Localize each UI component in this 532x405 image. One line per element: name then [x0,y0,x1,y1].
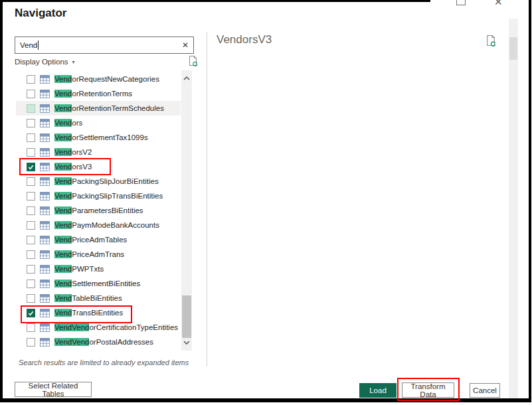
row-checkbox[interactable] [27,280,35,288]
table-icon [40,265,50,274]
table-name: VendParametersBiEntities [54,206,143,214]
search-value: Vend [20,41,37,49]
table-row[interactable]: VendTransBiEntities [16,305,181,320]
row-checkbox[interactable] [27,177,35,186]
tables-list: VendorRequestNewCategories VendorRetenti… [16,72,181,349]
chevron-down-icon: ▾ [72,59,75,65]
load-button[interactable]: Load [359,383,397,398]
list-scrollbar[interactable] [181,70,192,351]
table-icon [40,133,50,142]
row-checkbox[interactable] [27,163,35,171]
table-row[interactable]: VendPackingSlipJourBiEntities [16,174,181,189]
row-checkbox[interactable] [27,192,35,201]
table-name: Vendors [54,119,82,127]
table-row[interactable]: VendorRetentionTerms [16,86,181,101]
scrollbar-thumb[interactable] [182,295,191,338]
table-icon [40,338,50,347]
refresh-preview-icon[interactable] [187,55,199,69]
row-checkbox[interactable] [27,148,35,157]
row-checkbox[interactable] [27,133,35,142]
check-icon [27,309,35,317]
panel-divider [207,32,207,366]
table-row[interactable]: VendPriceAdmTables [16,232,181,247]
navigator-dialog: ✕ Navigator Vend ✕ Display Options ▾ [0,0,532,405]
transform-data-button[interactable]: Transform Data [402,382,454,398]
row-checkbox[interactable] [27,265,35,274]
table-row[interactable]: VendPaymModeBankAccounts [16,218,181,232]
row-checkbox[interactable] [27,338,35,347]
refresh-preview-icon[interactable] [485,35,497,49]
cancel-button[interactable]: Cancel [470,383,500,398]
preview-title: VendorsV3 [217,33,272,46]
clear-search-icon[interactable]: ✕ [182,40,189,50]
table-name: VendPWPTxts [54,265,104,273]
table-icon [40,163,50,171]
row-checkbox[interactable] [27,75,35,84]
table-icon [40,206,50,215]
check-icon [27,163,35,171]
display-options-label: Display Options [15,58,68,66]
table-row[interactable]: VendorRequestNewCategories [16,72,181,86]
table-icon [40,119,50,127]
table-name: VendorRetentionTermSchedules [54,104,164,112]
table-row[interactable]: VendSettlementBiEntities [16,276,181,291]
page-title: Navigator [15,7,66,20]
table-row[interactable]: VendorsV2 [16,145,181,159]
table-row[interactable]: VendPWPTxts [16,262,181,276]
table-name: VendPaymModeBankAccounts [54,221,159,229]
table-row[interactable]: VendorSettlementTax1099s [16,130,181,145]
table-row[interactable]: Vendors [16,116,181,130]
scroll-up-icon[interactable] [181,73,192,84]
table-name: VendTableBiEntities [54,294,122,302]
table-name: VendTransBiEntities [54,309,123,317]
table-icon [40,177,50,186]
table-icon [40,294,50,303]
table-row[interactable]: VendParametersBiEntities [16,203,181,218]
table-icon [40,192,50,201]
search-input[interactable]: Vend ✕ [15,37,194,54]
table-row[interactable]: VendPackingSlipTransBiEntities [16,189,181,203]
maximize-icon[interactable] [456,0,466,5]
row-checkbox[interactable] [27,221,35,230]
select-related-tables-button[interactable]: Select Related Tables [15,382,92,397]
table-name: VendPriceAdmTables [54,236,127,244]
table-name: VendVendorPostalAddresses [54,338,153,346]
table-icon [40,309,50,317]
table-row[interactable]: VendPriceAdmTrans [16,247,181,262]
table-icon [40,148,50,157]
table-name: VendVendorCertificationTypeEntities [54,323,178,331]
row-checkbox[interactable] [27,294,35,303]
table-row[interactable]: VendVendorCertificationTypeEntities [16,320,181,335]
scrollbar-thumb[interactable] [509,37,517,60]
table-icon [40,236,50,244]
row-checkbox[interactable] [27,90,35,98]
table-icon [40,104,50,113]
table-row[interactable]: VendorsV3 [16,159,181,174]
annotation-frame-left [0,0,3,402]
close-icon[interactable]: ✕ [494,0,503,8]
table-icon [40,323,50,332]
row-checkbox[interactable] [27,309,35,317]
display-options-dropdown[interactable]: Display Options ▾ [15,58,75,66]
table-name: VendPackingSlipTransBiEntities [54,192,163,200]
table-row[interactable]: VendVendorPostalAddresses [16,335,181,349]
table-name: VendPackingSlipJourBiEntities [54,177,159,185]
annotation-frame-right [529,0,531,402]
scroll-down-icon[interactable] [181,337,192,348]
search-limit-note: Search results are limited to already ex… [19,359,189,366]
table-icon [40,250,50,259]
annotation-frame-bottom [0,398,531,402]
preview-scrollbar[interactable] [509,19,518,398]
table-row[interactable]: VendorRetentionTermSchedules [16,101,181,116]
table-icon [40,90,50,98]
row-checkbox[interactable] [27,323,35,332]
row-checkbox[interactable] [27,206,35,215]
row-checkbox[interactable] [27,104,35,113]
row-checkbox[interactable] [27,236,35,244]
table-name: VendPriceAdmTrans [54,250,124,258]
row-checkbox[interactable] [27,250,35,259]
table-name: VendorRequestNewCategories [54,75,159,83]
table-row[interactable]: VendTableBiEntities [16,291,181,305]
table-name: VendorSettlementTax1099s [54,133,148,141]
row-checkbox[interactable] [27,119,35,127]
